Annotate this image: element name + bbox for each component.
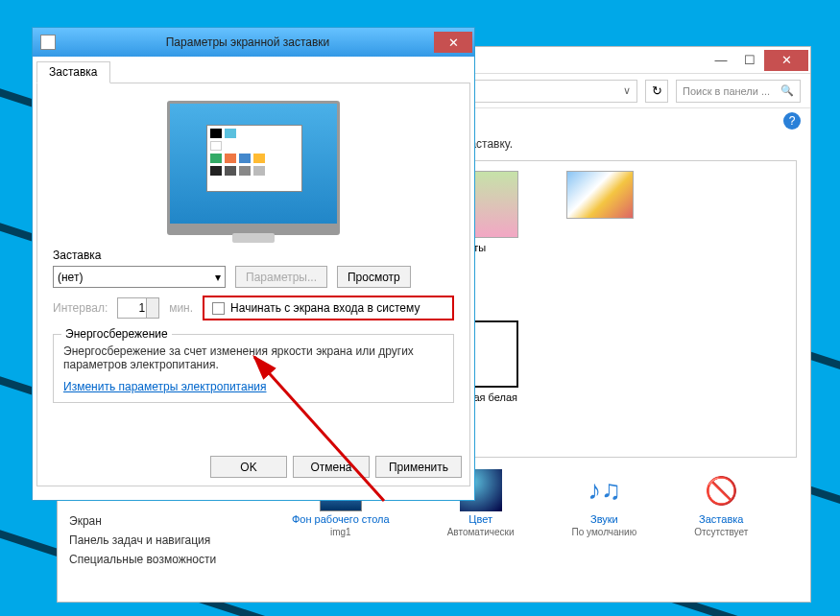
dialog-buttons: OK Отмена Применить <box>210 456 462 478</box>
dialog-titlebar: Параметры экранной заставки ✕ <box>33 28 474 57</box>
group-text: Энергосбережение за счет изменения яркос… <box>63 344 444 371</box>
dialog-title: Параметры экранной заставки <box>61 36 434 49</box>
search-input[interactable]: Поиск в панели ... 🔍 <box>676 80 801 103</box>
power-settings-link[interactable]: Изменить параметры электропитания <box>63 380 266 393</box>
theme-thumb <box>566 171 634 219</box>
bg-label: Фон рабочего стола <box>292 513 390 525</box>
interval-unit: мин. <box>169 301 193 315</box>
tab-screensaver[interactable]: Заставка <box>36 61 110 83</box>
sidebar-item-accessibility[interactable]: Специальные возможности <box>69 550 238 569</box>
sidebar-item-taskbar[interactable]: Панель задач и навигация <box>69 531 238 550</box>
screensaver-link[interactable]: 🚫 Заставка Отсутствует <box>694 469 748 537</box>
dialog-icon <box>40 35 56 50</box>
refresh-button[interactable]: ↻ <box>645 80 668 103</box>
bg-value: img1 <box>330 527 351 537</box>
help-icon[interactable]: ? <box>783 112 801 130</box>
search-placeholder: Поиск в панели ... <box>683 85 780 97</box>
dialog-close-button[interactable]: ✕ <box>434 32 472 53</box>
preview-button[interactable]: Просмотр <box>337 266 411 288</box>
params-button[interactable]: Параметры... <box>235 266 327 288</box>
group-title: Энергосбережение <box>61 327 172 341</box>
search-icon: 🔍 <box>780 84 794 97</box>
sound-value: По умолчанию <box>572 527 637 537</box>
login-checkbox-label: Начинать с экрана входа в систему <box>230 301 420 315</box>
saver-label: Заставка <box>699 513 743 525</box>
close-button[interactable]: ✕ <box>764 50 808 71</box>
sound-icon: ♪♫ <box>583 469 625 511</box>
preview-window <box>206 125 302 192</box>
screensaver-dialog: Параметры экранной заставки ✕ Заставка З… <box>32 27 475 501</box>
color-value: Автоматически <box>447 527 515 537</box>
chevron-down-icon: ▾ <box>215 271 221 284</box>
interval-label: Интервал: <box>53 301 108 315</box>
interval-spinner[interactable]: 1 <box>117 297 159 319</box>
apply-button[interactable]: Применить <box>375 456 462 478</box>
saver-value: Отсутствует <box>694 527 748 537</box>
screensaver-select[interactable]: (нет) ▾ <box>53 266 226 288</box>
screensaver-value: (нет) <box>58 271 83 284</box>
minimize-button[interactable]: — <box>707 50 735 71</box>
screensaver-label: Заставка <box>53 249 454 262</box>
preview-monitor <box>167 101 340 235</box>
cancel-button[interactable]: Отмена <box>293 456 370 478</box>
sound-link[interactable]: ♪♫ Звуки По умолчанию <box>572 469 637 537</box>
ok-button[interactable]: OK <box>210 456 287 478</box>
color-label: Цвет <box>468 513 492 525</box>
sound-label: Звуки <box>590 513 618 525</box>
sidebar-item-screen[interactable]: Экран <box>69 511 238 531</box>
tabstrip: Заставка <box>36 60 470 83</box>
login-checkbox[interactable] <box>212 302 225 315</box>
maximize-button[interactable]: ☐ <box>735 50 764 71</box>
login-checkbox-row[interactable]: Начинать с экрана входа в систему <box>203 296 454 320</box>
power-group: Энергосбережение Энергосбережение за сче… <box>53 334 454 403</box>
screensaver-icon: 🚫 <box>700 469 742 511</box>
tab-content: Заставка (нет) ▾ Параметры... Просмотр И… <box>36 83 470 486</box>
theme-item[interactable] <box>552 171 648 253</box>
